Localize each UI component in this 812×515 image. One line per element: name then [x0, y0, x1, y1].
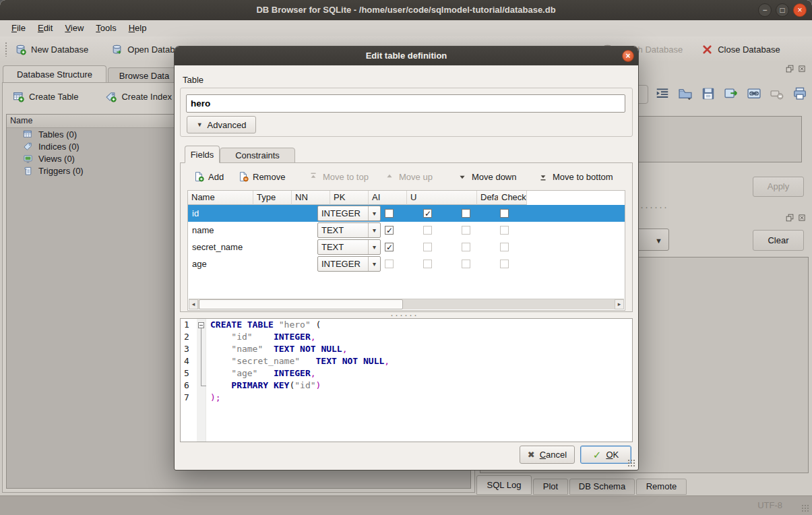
clear-log-button[interactable]: Clear — [753, 230, 804, 251]
indent-icon[interactable] — [655, 86, 670, 101]
checkbox-ai[interactable] — [462, 226, 470, 235]
checkbox-u[interactable] — [500, 226, 509, 235]
apply-button[interactable]: Apply — [753, 177, 804, 197]
field-row-age[interactable]: ageINTEGER▾ — [188, 255, 625, 272]
set-null-icon[interactable] — [770, 86, 784, 101]
dialog-titlebar[interactable]: Edit table definition × — [175, 47, 638, 65]
button-move-up[interactable]: Move up — [384, 170, 433, 183]
checkbox-ai[interactable] — [462, 243, 470, 251]
menu-edit[interactable]: Edit — [32, 20, 59, 36]
field-name[interactable]: id — [188, 205, 316, 222]
dialog-splitter-handle[interactable]: ······ — [390, 313, 418, 317]
checkbox-nn[interactable] — [385, 260, 394, 268]
link-icon[interactable] — [747, 86, 761, 101]
field-type-select[interactable]: INTEGER▾ — [317, 256, 381, 272]
scroll-right-arrow-icon[interactable]: ▸ — [615, 299, 624, 309]
field-row-id[interactable]: idINTEGER▾ — [188, 205, 625, 222]
dialog-resize-grip[interactable] — [627, 459, 635, 467]
ok-button[interactable]: ✓ OK — [580, 446, 631, 464]
checkbox-pk[interactable] — [423, 260, 432, 268]
tab-plot[interactable]: Plot — [533, 479, 568, 495]
toolbar-close-database[interactable]: Close Database — [701, 44, 780, 55]
toolbar-new-database[interactable]: New Database — [15, 44, 88, 55]
import-icon[interactable] — [678, 86, 693, 101]
dialog-close-button[interactable]: × — [622, 50, 634, 62]
field-row-name[interactable]: nameTEXT▾ — [188, 222, 625, 239]
button-create-index[interactable]: Create Index — [105, 91, 171, 102]
export-icon[interactable] — [724, 86, 739, 101]
button-move-to-top[interactable]: Move to top — [308, 170, 369, 183]
dock-close-icon[interactable] — [798, 214, 806, 222]
checkbox-u[interactable] — [500, 260, 509, 268]
column-header-type[interactable]: Type — [253, 191, 292, 205]
checkbox-pk[interactable] — [423, 243, 432, 251]
tab-db-schema[interactable]: DB Schema — [569, 479, 635, 495]
checkbox-pk[interactable] — [423, 209, 432, 218]
menu-help[interactable]: Help — [123, 20, 153, 36]
chevron-down-icon[interactable]: ▾ — [368, 257, 380, 271]
field-type-select[interactable]: TEXT▾ — [317, 222, 381, 238]
code-fold-margin — [197, 319, 206, 442]
checkbox-pk[interactable] — [423, 226, 432, 235]
column-header-pk[interactable]: PK — [330, 191, 369, 205]
tab-constraints[interactable]: Constraints — [220, 148, 295, 163]
resize-grip[interactable] — [801, 504, 809, 512]
button-move-down[interactable]: Move down — [457, 170, 516, 183]
toolbar-drag-handle[interactable] — [5, 42, 8, 57]
field-name[interactable]: secret_name — [188, 239, 316, 255]
print-icon[interactable] — [792, 86, 807, 101]
line-number-gutter: 1234567 — [181, 319, 197, 442]
checkbox-ai[interactable] — [462, 209, 470, 218]
field-name[interactable]: name — [188, 222, 316, 239]
field-name[interactable]: age — [188, 255, 316, 272]
move-bottom-icon — [538, 171, 549, 182]
checkbox-u[interactable] — [500, 243, 509, 251]
horizontal-scrollbar[interactable]: ◂ ▸ — [189, 299, 624, 309]
tab-remote[interactable]: Remote — [636, 479, 687, 495]
minimize-button[interactable]: − — [758, 3, 772, 17]
scroll-left-arrow-icon[interactable]: ◂ — [189, 299, 198, 309]
table-name-input[interactable] — [186, 94, 625, 113]
dock-float-icon[interactable] — [786, 65, 794, 73]
tab-browse-data[interactable]: Browse Data — [108, 67, 181, 83]
dock-close-icon[interactable] — [798, 65, 806, 73]
column-header-name[interactable]: Name — [188, 191, 253, 205]
chevron-down-icon[interactable]: ▾ — [368, 240, 380, 254]
tab-sql-log[interactable]: SQL Log — [476, 475, 532, 495]
button-create-table[interactable]: Create Table — [13, 91, 78, 102]
button-remove[interactable]: Remove — [238, 170, 285, 183]
advanced-button[interactable]: ▼ Advanced — [187, 116, 256, 133]
column-header-check[interactable]: Check — [498, 191, 527, 205]
cancel-button[interactable]: ✖ Cancel — [520, 446, 575, 464]
save-icon[interactable] — [701, 86, 716, 101]
chevron-down-icon[interactable]: ▾ — [368, 223, 380, 237]
field-row-secret-name[interactable]: secret_nameTEXT▾ — [188, 239, 625, 255]
dock-float-icon[interactable] — [786, 214, 794, 222]
dock-splitter-handle[interactable]: ······· — [635, 205, 668, 209]
sql-preview-editor[interactable]: 1234567 CREATE TABLE "hero" ( "id" INTEG… — [180, 318, 633, 442]
column-header-ai[interactable]: AI — [369, 191, 407, 205]
menu-view[interactable]: View — [59, 20, 90, 36]
checkbox-nn[interactable] — [385, 209, 394, 218]
scrollbar-thumb[interactable] — [199, 299, 403, 309]
button-add[interactable]: Add — [193, 170, 224, 183]
column-header-default[interactable]: Default — [477, 191, 498, 205]
window-close-button[interactable]: × — [793, 3, 807, 17]
fold-collapse-icon[interactable] — [198, 322, 204, 328]
field-type-select[interactable]: TEXT▾ — [317, 239, 381, 255]
button-move-to-bottom[interactable]: Move to bottom — [538, 170, 613, 183]
checkbox-nn[interactable] — [385, 243, 394, 251]
edit-cell-toolbar — [655, 86, 807, 101]
maximize-button[interactable]: □ — [776, 3, 789, 17]
column-header-u[interactable]: U — [407, 191, 477, 205]
menu-tools[interactable]: Tools — [90, 20, 122, 36]
tab-fields[interactable]: Fields — [185, 146, 220, 163]
tab-database-structure[interactable]: Database Structure — [3, 65, 106, 83]
checkbox-ai[interactable] — [462, 260, 470, 268]
menu-file[interactable]: File — [5, 20, 32, 36]
chevron-down-icon[interactable]: ▾ — [368, 206, 380, 220]
checkbox-nn[interactable] — [385, 226, 394, 235]
checkbox-u[interactable] — [500, 209, 509, 218]
field-type-select[interactable]: INTEGER▾ — [317, 206, 381, 221]
column-header-nn[interactable]: NN — [292, 191, 330, 205]
